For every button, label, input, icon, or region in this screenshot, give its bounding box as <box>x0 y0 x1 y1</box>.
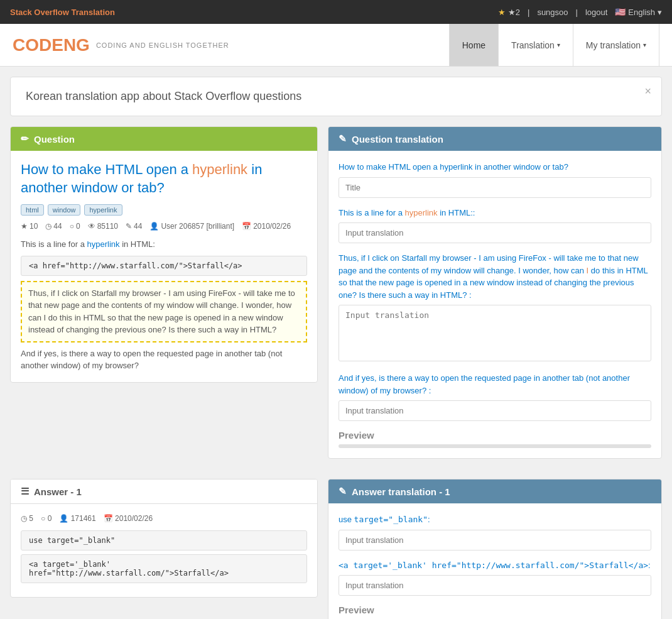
block-source-text: Thus, if I click on Starfall my browser … <box>339 252 651 301</box>
title-source-text: How to make HTML open a hyperlink in ano… <box>339 161 651 173</box>
first-row: ✏ Question How to make HTML open a hyper… <box>10 126 662 469</box>
answer-translation-panel-header: ✎ Answer translation - 1 <box>328 479 661 503</box>
question-translation-panel: ✎ Question translation How to make HTML … <box>328 126 662 459</box>
line2-input[interactable] <box>339 400 651 421</box>
star-count: ★ ★2 <box>498 8 520 17</box>
ans-line1-section: use target="_blank": <box>339 513 651 551</box>
preview-bar <box>339 444 651 448</box>
tag-hyperlink[interactable]: hyperlink <box>84 204 122 216</box>
nav-links: Home Translation ▾ My translation ▾ <box>449 24 659 66</box>
edits: ✎ 44 <box>126 222 142 231</box>
star-icon: ★ <box>498 8 506 17</box>
question-panel-header: ✏ Question <box>11 127 317 151</box>
line2-section: And if yes, is there a way to open the r… <box>339 372 651 421</box>
question-translation-panel-body: How to make HTML open a hyperlink in ano… <box>328 151 661 458</box>
tag-html[interactable]: html <box>21 204 44 216</box>
ans-line2-source: <a target='_blank' href="http://www.star… <box>339 559 651 572</box>
divider: | <box>528 8 529 17</box>
language-selector[interactable]: 🇺🇸 English ▾ <box>615 7 662 17</box>
answer-score: ◷ 5 <box>21 514 33 523</box>
page-content: Korean translation app about Stack Overf… <box>0 67 672 619</box>
edit-icon: ✎ <box>339 486 347 497</box>
top-nav-right: ★ ★2 | sungsoo | logout 🇺🇸 English ▾ <box>498 7 662 17</box>
preview-label: Preview <box>339 430 651 441</box>
alert-banner: Korean translation app about Stack Overf… <box>10 77 662 116</box>
list-icon: ☰ <box>21 486 29 497</box>
tag-window[interactable]: window <box>48 204 81 216</box>
pencil-icon: ✏ <box>21 133 29 145</box>
question-panel-body: How to make HTML open a hyperlink in ano… <box>11 151 317 382</box>
code-block-1: <a href="http://www.starfall.com/">Starf… <box>21 256 307 276</box>
answer-translation-panel: ✎ Answer translation - 1 use target="_bl… <box>328 479 662 619</box>
main-navigation: CODENG CODING AND ENGLISH TOGETHER Home … <box>0 24 672 67</box>
second-row: ☰ Answer - 1 ◷ 5 ○ 0 👤 171461 📅 2010/02/… <box>10 479 662 619</box>
score: ○ 0 <box>70 222 80 231</box>
chevron-down-icon: ▾ <box>658 8 662 17</box>
question-translation-panel-header: ✎ Question translation <box>328 127 661 151</box>
answer-date: 📅 2010/02/26 <box>104 514 153 523</box>
answer-panel-body: ◷ 5 ○ 0 👤 171461 📅 2010/02/26 use target… <box>11 504 317 597</box>
username-link[interactable]: sungsoo <box>537 8 568 17</box>
question-column: ✏ Question How to make HTML open a hyper… <box>10 126 318 469</box>
title-input[interactable] <box>339 177 651 198</box>
top-navigation: Stack Overflow Translation ★ ★2 | sungso… <box>0 0 672 24</box>
block-input[interactable] <box>339 305 651 361</box>
highlighted-block: Thus, if I click on Starfall my browser … <box>21 281 307 342</box>
title-section: How to make HTML open a hyperlink in ano… <box>339 161 651 198</box>
chevron-down-icon: ▾ <box>643 41 646 48</box>
answer-panel: ☰ Answer - 1 ◷ 5 ○ 0 👤 171461 📅 2010/02/… <box>10 479 318 598</box>
ans-line2-section: <a target='_blank' href="http://www.star… <box>339 559 651 596</box>
answer-down: ○ 0 <box>41 514 51 523</box>
chevron-down-icon: ▾ <box>557 41 560 48</box>
answer-code-2: <a target='_blank' href="http://www.star… <box>21 554 307 583</box>
block-section: Thus, if I click on Starfall my browser … <box>339 252 651 363</box>
answer-count: ◷ 44 <box>45 222 62 231</box>
nav-home[interactable]: Home <box>449 24 499 66</box>
question-text2: And if yes, is there a way to open the r… <box>21 348 307 372</box>
tags: html window hyperlink <box>21 204 307 216</box>
user-info: 👤 User 206857 [brilliant] <box>149 222 234 231</box>
language-label: English <box>628 8 655 17</box>
question-translation-column: ✎ Question translation How to make HTML … <box>328 126 662 469</box>
answer-body: use target="_blank" <a target='_blank' h… <box>21 530 307 583</box>
line1-section: This is a line for a hyperlink in HTML:: <box>339 207 651 244</box>
views: 👁 85110 <box>88 222 118 231</box>
logo-text: CODENG <box>13 35 90 55</box>
nav-translation[interactable]: Translation ▾ <box>499 24 573 66</box>
answer-meta: ◷ 5 ○ 0 👤 171461 📅 2010/02/26 <box>21 514 307 523</box>
question-title: How to make HTML open a hyperlink in ano… <box>21 161 307 197</box>
question-panel: ✏ Question How to make HTML open a hyper… <box>10 126 318 383</box>
close-icon[interactable]: × <box>644 85 651 98</box>
divider2: | <box>576 8 578 17</box>
ans-preview-label: Preview <box>339 605 651 615</box>
ans-line2-input[interactable] <box>339 575 651 596</box>
ans-line1-input[interactable] <box>339 530 651 551</box>
question-text1: This is a line for a hyperlink in HTML: <box>21 238 307 251</box>
date: 📅 2010/02/26 <box>242 222 291 231</box>
flag-icon: 🇺🇸 <box>615 7 626 17</box>
answer-user: 👤 171461 <box>59 514 95 523</box>
alert-text: Korean translation app about Stack Overf… <box>26 90 301 102</box>
logout-link[interactable]: logout <box>585 8 607 17</box>
site-name: Stack Overflow Translation <box>10 8 115 17</box>
answer-translation-panel-body: use target="_blank": <a target='_blank' … <box>328 503 661 619</box>
line1-input[interactable] <box>339 222 651 243</box>
line1-source-text: This is a line for a hyperlink in HTML:: <box>339 207 651 219</box>
line2-source-text: And if yes, is there a way to open the r… <box>339 372 651 397</box>
answer-panel-header: ☰ Answer - 1 <box>11 479 317 504</box>
logo-area: CODENG CODING AND ENGLISH TOGETHER <box>13 35 229 55</box>
answer-code-1: use target="_blank" <box>21 530 307 551</box>
nav-my-translation[interactable]: My translation ▾ <box>573 24 659 66</box>
answer-translation-column: ✎ Answer translation - 1 use target="_bl… <box>328 479 662 619</box>
star-count: ★ 10 <box>21 222 38 231</box>
edit-icon: ✎ <box>339 133 347 145</box>
answer-column: ☰ Answer - 1 ◷ 5 ○ 0 👤 171461 📅 2010/02/… <box>10 479 318 619</box>
question-meta: ★ 10 ◷ 44 ○ 0 👁 85110 ✎ 44 👤 User 206857… <box>21 222 307 231</box>
logo-tagline: CODING AND ENGLISH TOGETHER <box>96 41 229 49</box>
ans-line1-source: use target="_blank": <box>339 513 651 526</box>
